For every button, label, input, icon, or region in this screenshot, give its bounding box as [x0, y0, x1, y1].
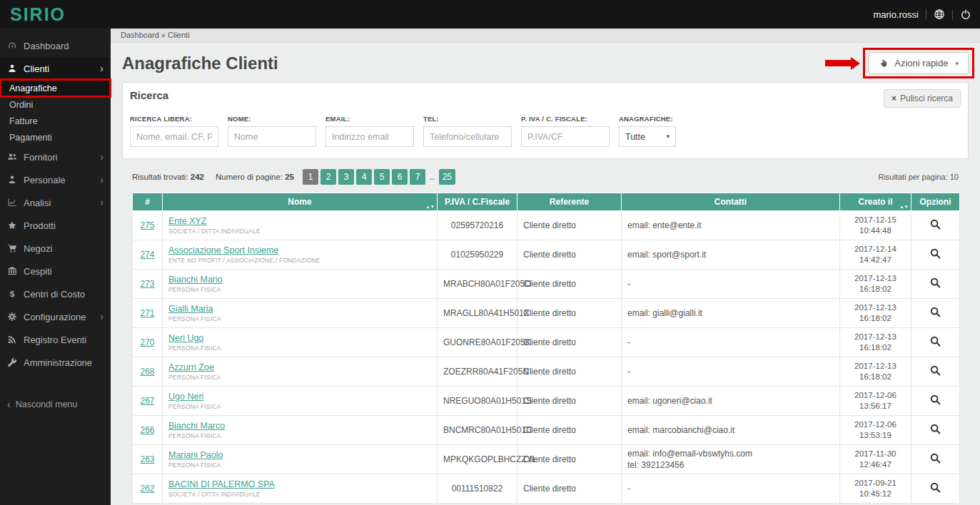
client-name-link[interactable]: Ente XYZ: [168, 216, 207, 226]
pagination-page-5[interactable]: 5: [374, 169, 390, 185]
power-icon[interactable]: [960, 9, 971, 20]
pagination-page-7[interactable]: 7: [410, 169, 425, 185]
created-at: 2017-12-0613:56:17: [840, 387, 911, 416]
contacts: -: [622, 328, 840, 357]
quick-actions-button[interactable]: Azioni rapide ▾: [869, 52, 969, 74]
view-client-button[interactable]: [929, 306, 941, 318]
sidebar-item-prodotti[interactable]: Prodotti: [0, 214, 111, 237]
client-name-link[interactable]: Azzurri Zoe: [168, 362, 214, 372]
user-icon: [7, 63, 17, 73]
contacts: email: ente@ente.it: [622, 211, 840, 240]
client-name-link[interactable]: Neri Ugo: [168, 333, 203, 343]
pagination-page-2[interactable]: 2: [320, 169, 336, 185]
client-name-link[interactable]: Bianchi Marco: [168, 421, 225, 431]
view-client-button[interactable]: [929, 277, 941, 289]
table-row: 267 Ugo NeriPERSONA FISICA NREGUO80A01H5…: [133, 387, 960, 416]
row-id-link[interactable]: 268: [140, 367, 154, 377]
contacts: email: gialli@gialli.it: [622, 299, 840, 328]
p-iva-c-fiscale-input[interactable]: [521, 126, 610, 147]
row-id-link[interactable]: 271: [140, 308, 154, 318]
row-id-link[interactable]: 275: [140, 220, 154, 230]
column-header-creato-il[interactable]: Creato il▲▼: [840, 193, 911, 211]
pagination-page-1[interactable]: 1: [303, 169, 318, 185]
sidebar-item-amministrazione[interactable]: Amministrazione: [0, 351, 111, 374]
table-row: 266 Bianchi MarcoPERSONA FISICA BNCMRC80…: [133, 416, 960, 445]
row-id-link[interactable]: 262: [140, 484, 154, 494]
main-content: Dashboard » Clienti Anagrafiche Clienti …: [111, 29, 980, 505]
referente: Cliente diretto: [517, 270, 622, 299]
username[interactable]: mario.rossi: [873, 9, 919, 20]
sidebar-item-fornitori[interactable]: Fornitori›: [0, 146, 111, 168]
page-title: Anagrafiche Clienti: [122, 53, 278, 73]
sort-arrows-icon[interactable]: ▲▼: [425, 205, 435, 210]
sort-arrows-icon[interactable]: ▲▼: [899, 205, 909, 210]
pagination-page-6[interactable]: 6: [392, 169, 408, 185]
pagination-page-25[interactable]: 25: [439, 169, 455, 185]
contacts: email: ugoneri@ciao.it: [622, 387, 840, 416]
sidebar-item-analisi[interactable]: Analisi›: [0, 191, 111, 214]
client-name-link[interactable]: Mariani Paolo: [168, 450, 223, 460]
column-header-p-iva-c-fiscale: P.IVA / C.Fiscale: [438, 193, 517, 211]
client-name-link[interactable]: Gialli Maria: [168, 304, 213, 314]
view-client-button[interactable]: [929, 364, 941, 377]
pagination-page-4[interactable]: 4: [356, 169, 372, 185]
app-logo[interactable]: SIRIO: [0, 4, 111, 25]
dollar-icon: $: [7, 289, 17, 299]
ricerca-libera-input[interactable]: [130, 126, 218, 147]
row-id-link[interactable]: 267: [140, 396, 154, 406]
globe-icon[interactable]: [934, 9, 945, 20]
pagination-ellipsis: ..: [430, 172, 435, 182]
breadcrumb: Dashboard » Clienti: [111, 29, 980, 43]
column-header-num: #: [133, 193, 163, 211]
sidebar-subitem-ordini[interactable]: Ordini: [0, 96, 111, 113]
view-client-button[interactable]: [929, 452, 941, 464]
divider: [952, 9, 953, 20]
column-header-contatti: Contatti: [622, 193, 840, 211]
sidebar-item-dashboard[interactable]: Dashboard: [0, 34, 111, 57]
sidebar-item-cespiti[interactable]: Cespiti: [0, 260, 111, 282]
row-id-link[interactable]: 263: [140, 454, 154, 464]
anagrafiche-select[interactable]: Tutte▼: [619, 126, 676, 147]
client-name-link[interactable]: BACINI DI PALERMO SPA: [168, 479, 275, 489]
contacts: -: [622, 357, 840, 387]
sidebar-subitem-pagamenti[interactable]: Pagamenti: [0, 129, 111, 146]
referente: Cliente diretto: [517, 445, 622, 474]
row-id-link[interactable]: 270: [140, 337, 154, 347]
sidebar-item-clienti[interactable]: Clienti›: [0, 57, 111, 80]
results-found-label: Risultati trovati:: [132, 173, 188, 181]
sidebar-subitem-anagrafiche[interactable]: Anagrafiche: [0, 80, 111, 96]
sidebar-item-centri-di-costo[interactable]: $Centri di Costo: [0, 282, 111, 305]
view-client-button[interactable]: [929, 218, 941, 230]
sidebar-item-personale[interactable]: Personale›: [0, 168, 111, 191]
hide-menu-button[interactable]: ‹ Nascondi menu: [0, 395, 111, 414]
sidebar-item-negozi[interactable]: Negozi: [0, 237, 111, 260]
view-client-button[interactable]: [929, 481, 941, 494]
view-client-button[interactable]: [929, 394, 941, 406]
row-id-link[interactable]: 274: [140, 250, 154, 260]
row-id-link[interactable]: 273: [140, 279, 154, 289]
chevron-right-icon: ›: [100, 152, 103, 162]
chevron-left-icon: ‹: [7, 399, 11, 409]
nome-input[interactable]: [228, 126, 316, 147]
sidebar-item-configurazione[interactable]: Configurazione›: [0, 305, 111, 328]
view-client-button[interactable]: [929, 335, 941, 347]
created-at: 2017-12-1510:44:48: [840, 211, 911, 240]
search-field-anagrafiche: ANAGRAFICHE:Tutte▼: [619, 115, 676, 147]
view-client-button[interactable]: [929, 423, 941, 435]
column-header-nome[interactable]: Nome▲▼: [163, 193, 438, 211]
client-name-link[interactable]: Associazione Sport Insieme: [168, 245, 278, 255]
fiscal-code: 01025950229: [438, 240, 517, 270]
email-input[interactable]: [325, 126, 414, 147]
client-type-label: PERSONA FISICA: [168, 286, 431, 293]
sidebar-subitem-fatture[interactable]: Fatture: [0, 113, 111, 129]
created-at: 2017-12-1316:18:02: [840, 328, 911, 357]
row-id-link[interactable]: 266: [140, 425, 154, 435]
pagination-page-3[interactable]: 3: [338, 169, 354, 185]
view-client-button[interactable]: [929, 248, 941, 260]
client-name-link[interactable]: Bianchi Mario: [168, 275, 223, 285]
tel-input[interactable]: [423, 126, 512, 147]
clear-search-button[interactable]: × Pulisci ricerca: [884, 89, 961, 108]
chevron-right-icon: ›: [100, 198, 103, 208]
client-name-link[interactable]: Ugo Neri: [168, 392, 203, 402]
sidebar-item-registro-eventi[interactable]: Registro Eventi: [0, 328, 111, 351]
